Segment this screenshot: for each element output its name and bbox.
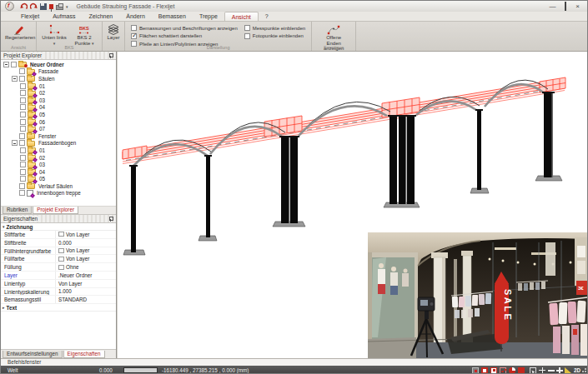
select-mode-icon[interactable] [530, 367, 536, 374]
tree-item-saeule-03[interactable]: 03 [1, 97, 116, 104]
qat-customize-icon[interactable]: ▾ [66, 4, 68, 9]
tree-item-bogen-04[interactable]: 04 [1, 168, 116, 176]
tree-item-saeule-05[interactable]: 05 [1, 111, 116, 118]
tree-item-saeule-02[interactable]: 02 [1, 89, 116, 97]
tree-checkbox[interactable] [19, 183, 25, 189]
tree-checkbox[interactable] [20, 147, 26, 153]
drawing-viewport[interactable]: 3€ [118, 52, 588, 358]
tree-item-saeule-01[interactable]: 01 [1, 82, 116, 90]
property-group-zeichnung[interactable]: ▾Zeichnung [1, 223, 116, 231]
tree-checkbox[interactable] [20, 104, 26, 110]
color-swatch[interactable] [58, 265, 64, 270]
tree-item-neuer-ordner[interactable]: Neuer Ordner [1, 61, 116, 68]
flexijet-pin-icon[interactable] [49, 4, 53, 9]
tree-item-bogen-05[interactable]: 05 [1, 176, 116, 183]
tree-item-saeule-04[interactable]: 04 [1, 104, 116, 112]
project-folder-icon [18, 62, 27, 67]
tree-checkbox[interactable] [11, 62, 17, 67]
tree-checkbox[interactable] [19, 133, 25, 139]
color-swatch[interactable] [58, 248, 64, 253]
tree-checkbox[interactable] [19, 190, 25, 196]
tree-item-verlauf-saeulen[interactable]: Verlauf Säulen [1, 182, 116, 190]
tree-checkbox[interactable] [19, 68, 25, 74]
tree-item-bogen-02[interactable]: 02 [1, 154, 116, 162]
status-icon-2[interactable] [481, 367, 488, 374]
tree-item-saeule-07[interactable]: 07 [1, 125, 116, 132]
checkbox-fotopunkte[interactable]: ✓ Fotopunkte einblenden [244, 33, 305, 39]
tree-checkbox[interactable] [20, 176, 26, 182]
zoom-fit-icon[interactable] [565, 367, 571, 373]
tab-help[interactable]: ? [259, 12, 275, 21]
pin-icon[interactable] [108, 217, 113, 222]
tree-checkbox[interactable] [19, 76, 25, 82]
tab-bemassen[interactable]: Bemassen [152, 12, 193, 21]
zoom-out-button[interactable] [548, 367, 555, 374]
tree-item-bogen-01[interactable]: 01 [1, 147, 116, 154]
collapse-icon[interactable] [3, 62, 9, 67]
tree-checkbox[interactable] [20, 126, 26, 132]
print-icon[interactable] [56, 5, 63, 10]
color-swatch[interactable] [58, 257, 64, 262]
property-group-text[interactable]: ▸Text [1, 304, 116, 312]
tree-checkbox[interactable] [20, 162, 26, 167]
zoom-in-button[interactable] [556, 367, 563, 374]
tab-entwurfseinstellungen[interactable]: Entwurfseinstellungen [3, 351, 63, 358]
layer-button[interactable]: Layer [105, 22, 122, 42]
regenerate-button[interactable]: Regenerieren [3, 22, 33, 42]
tab-rubriken[interactable]: Rubriken [3, 207, 32, 214]
view-mode-2d[interactable]: 2D [574, 367, 580, 373]
tab-ansicht[interactable]: Ansicht [224, 12, 259, 21]
tab-projekt-explorer[interactable]: Projekt Explorer [33, 207, 78, 214]
minimize-button[interactable]: — [546, 2, 559, 11]
photo-inset[interactable]: 3€ [368, 232, 587, 358]
tree-checkbox[interactable] [20, 155, 26, 161]
drawing-folder-icon [28, 155, 36, 161]
tree-item-saeulen[interactable]: Säulen [1, 75, 116, 82]
checkbox-messpunkte[interactable]: ✓ Messpunkte einblenden [244, 25, 305, 31]
command-window-bar[interactable]: Befehlsfenster [1, 358, 587, 366]
undo-icon[interactable] [20, 2, 28, 10]
command-input[interactable] [123, 367, 158, 373]
bks-unten-links-button[interactable]: Unten links ▾ [39, 22, 69, 47]
tree-checkbox[interactable] [20, 90, 26, 96]
resize-grip[interactable] [580, 368, 586, 374]
redo-icon[interactable] [30, 2, 38, 10]
save-icon[interactable] [40, 3, 47, 10]
collapse-icon[interactable] [12, 140, 18, 146]
tree-item-bogen-03[interactable]: 03 [1, 161, 116, 168]
tree-item-fenster[interactable]: Fenster [1, 132, 116, 140]
storefront-photo: 3€ [368, 232, 587, 358]
tree-checkbox[interactable] [20, 97, 26, 103]
tab-treppe[interactable]: Treppe [193, 12, 224, 21]
status-icon-5[interactable] [509, 367, 515, 374]
close-button[interactable]: × [571, 2, 584, 11]
tab-flexijet[interactable]: Flexijet [14, 12, 46, 21]
maximize-button[interactable] [559, 2, 571, 11]
tree-checkbox[interactable] [20, 169, 26, 175]
tree-item-fassadenbogen[interactable]: Fassadenbogen [1, 140, 116, 147]
bks-2-punkte-button[interactable]: BKS BKS 2 Punkte ▾ [69, 22, 99, 47]
axis-origin-icon [48, 23, 60, 35]
tree-checkbox[interactable] [19, 140, 25, 146]
tree-item-saeule-06[interactable]: 06 [1, 118, 116, 126]
color-swatch[interactable] [58, 232, 64, 237]
tab-aendern[interactable]: Ändern [119, 12, 152, 21]
tree-checkbox[interactable] [20, 112, 26, 117]
status-icon-1[interactable] [472, 367, 479, 374]
tab-zeichnen[interactable]: Zeichnen [82, 12, 119, 21]
tree-item-innenbogen-treppe[interactable]: Innenbogen treppe [1, 190, 116, 197]
pin-icon[interactable] [108, 53, 113, 58]
tree-item-fassade[interactable]: Fassade [1, 68, 116, 76]
tab-eigenschaften[interactable]: Eigenschaften [63, 351, 105, 358]
collapse-icon[interactable] [12, 76, 18, 82]
app-icon[interactable]: f [5, 2, 14, 11]
tab-aufmass[interactable]: Aufmass [46, 12, 82, 21]
status-icon-4[interactable] [500, 367, 506, 374]
checkbox-bemassungen-anzeigen[interactable]: ✓ Bemassungen und Beschriftungen anzeige… [131, 25, 238, 31]
tree-checkbox[interactable] [20, 83, 26, 89]
checkbox-flaechen-schattiert[interactable]: ✓ Flächen schattiert darstellen [131, 33, 238, 39]
status-icon-3[interactable] [490, 367, 497, 374]
status-icon-6[interactable] [518, 367, 525, 374]
drawing-folder-icon [28, 169, 36, 175]
tree-checkbox[interactable] [20, 119, 26, 125]
